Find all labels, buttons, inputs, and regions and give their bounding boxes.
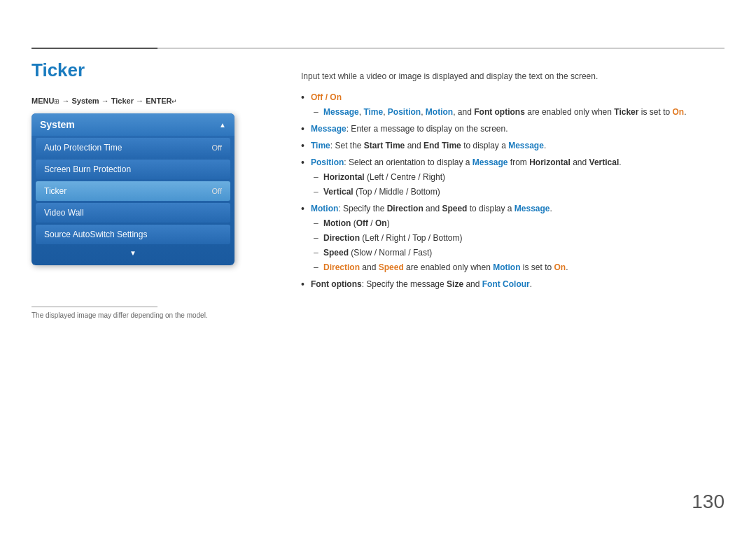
arrow-down-icon: ▼	[130, 249, 136, 257]
menu-system: System	[72, 97, 99, 105]
menu-ticker: Ticker	[111, 97, 134, 105]
motion-text: : Specify the Direction and Speed to dis…	[338, 204, 552, 213]
bullet-message: Message: Enter a message to display on t…	[301, 122, 724, 135]
message-label-note: Message, Time, Position, Motion, and Fon…	[323, 107, 687, 117]
font-options-bold: Font options	[311, 279, 362, 289]
system-panel: System ▲ Auto Protection Time Off Screen…	[31, 113, 234, 265]
menu-item-label: Ticker	[44, 186, 66, 196]
off-on-subnote: Message, Time, Position, Motion, and Fon…	[311, 106, 724, 118]
position-vertical: Vertical (Top / Middle / Bottom)	[311, 185, 724, 198]
off-on-label: Off / On	[311, 92, 342, 102]
footnote-line	[31, 307, 158, 307]
menu-arrow: →	[62, 97, 71, 105]
menu-path: MENU⊞ → System → Ticker → ENTER↵	[31, 97, 177, 105]
menu-item-screen-burn[interactable]: Screen Burn Protection	[36, 160, 230, 179]
menu-item-label: Auto Protection Time	[44, 143, 122, 153]
motion-bold: Motion	[311, 204, 338, 213]
arrow-up-icon: ▲	[219, 121, 226, 129]
menu-item-label: Source AutoSwitch Settings	[44, 230, 147, 239]
menu-item-value: Off	[212, 187, 222, 195]
time-text: : Set the Start Time and End Time to dis…	[330, 141, 546, 150]
content-area: Input text while a video or image is dis…	[301, 70, 724, 295]
system-header: System ▲	[31, 113, 234, 136]
page-number: 130	[692, 491, 724, 513]
position-bold: Position	[311, 157, 344, 167]
bullet-off-on: Off / On Message, Time, Position, Motion…	[301, 91, 724, 118]
menu-item-value: Off	[212, 143, 222, 152]
menu-item-label: Video Wall	[44, 208, 84, 218]
bullet-font-options: Font options: Specify the message Size a…	[301, 278, 724, 290]
menu-item-video-wall[interactable]: Video Wall	[36, 203, 230, 223]
font-options-text: : Specify the message Size and Font Colo…	[362, 279, 532, 289]
motion-speed: Speed (Slow / Normal / Fast)	[311, 246, 724, 259]
bullet-time: Time: Set the Start Time and End Time to…	[301, 139, 724, 152]
menu-item-source-autoswitch[interactable]: Source AutoSwitch Settings	[36, 225, 230, 244]
bullet-list: Off / On Message, Time, Position, Motion…	[301, 91, 724, 290]
position-sublist: Horizontal (Left / Centre / Right) Verti…	[311, 171, 724, 198]
footnote: The displayed image may differ depending…	[31, 311, 208, 319]
motion-sublist: Motion (Off / On) Direction (Left / Righ…	[311, 217, 724, 259]
message-text: : Enter a message to display on the scre…	[346, 124, 508, 134]
menu-enter: ENTER↵	[146, 97, 177, 105]
time-bold: Time	[311, 141, 330, 150]
bullet-motion: Motion: Specify the Direction and Speed …	[301, 202, 724, 274]
arrow-down-container: ▼	[31, 246, 234, 260]
intro-text: Input text while a video or image is dis…	[301, 70, 724, 83]
off-on-note: Message, Time, Position, Motion, and Fon…	[311, 106, 724, 118]
menu-arrow3: →	[136, 97, 146, 105]
menu-item-label: Screen Burn Protection	[44, 164, 131, 174]
message-bold: Message	[311, 124, 346, 134]
system-header-label: System	[40, 119, 75, 130]
menu-item-ticker[interactable]: Ticker Off	[36, 181, 230, 201]
motion-orange-note: Direction and Speed are enabled only whe…	[311, 261, 724, 274]
position-text: : Select an orientation to display a Mes…	[344, 157, 621, 167]
menu-label: MENU⊞	[31, 97, 59, 105]
page-title: Ticker	[31, 59, 85, 81]
top-decorative-line	[31, 48, 724, 49]
menu-item-auto-protection[interactable]: Auto Protection Time Off	[36, 138, 230, 157]
bullet-position: Position: Select an orientation to displ…	[301, 156, 724, 198]
position-horizontal: Horizontal (Left / Centre / Right)	[311, 171, 724, 183]
motion-direction: Direction (Left / Right / Top / Bottom)	[311, 232, 724, 244]
menu-arrow2: →	[102, 97, 111, 105]
motion-off-on: Motion (Off / On)	[311, 217, 724, 230]
